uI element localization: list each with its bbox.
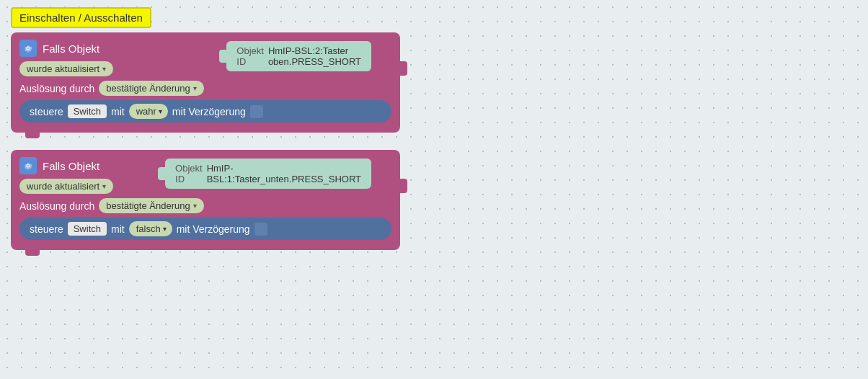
rule-1-foot	[25, 133, 40, 138]
rule-1-ausloesung-row: Auslösung durch bestätigte Änderung ▾	[19, 81, 391, 96]
rule-2-steuere-label: steuere	[30, 223, 63, 235]
rule-2-header-text: Falls Objekt	[43, 160, 99, 172]
rule-2-ausloesung-arrow: ▾	[193, 202, 197, 210]
title-text: Einschalten / Ausschalten	[19, 12, 143, 24]
rule-2-ausloesung-row: Auslösung durch bestätigte Änderung ▾	[19, 198, 391, 213]
rule-1-objekt-id-value: HmIP-BSL:2:Taster oben.PRESS_SHORT	[268, 45, 361, 67]
rule-2-value: falsch	[136, 223, 161, 234]
rule-2-objekt-id-block: Objekt ID HmIP-BSL:1:Taster_unten.PRESS_…	[165, 159, 371, 189]
rule-2-delay-checkbox[interactable]	[254, 223, 267, 236]
rule-1-gear-icon[interactable]	[19, 40, 37, 57]
rule-1-value-arrow: ▾	[159, 107, 162, 115]
rule-1-mit-label: mit	[111, 106, 125, 117]
rule-1-ausloesung-arrow: ▾	[193, 84, 197, 92]
rule-1-ausloesung-label: Auslösung durch	[19, 83, 94, 94]
rule-1-delay-checkbox[interactable]	[250, 105, 263, 118]
rule-2-switch-badge: Switch	[68, 222, 107, 236]
rule-2-wrapper: Falls Objekt wurde aktualisiert ▾ Auslös…	[11, 150, 857, 257]
rule-1-objekt-id-block: Objekt ID HmIP-BSL:2:Taster oben.PRESS_S…	[226, 41, 371, 71]
rule-1-trigger-label: wurde aktualisiert	[27, 63, 99, 74]
rule-1-value: wahr	[136, 106, 156, 117]
rule-1-wrapper: Falls Objekt wurde aktualisiert ▾ Auslös…	[11, 32, 857, 140]
rule-1-ausloesung-value: bestätigte Änderung	[106, 83, 190, 94]
rule-2-mit-label: mit	[111, 223, 125, 235]
rule-2-ausloesung-dropdown[interactable]: bestätigte Änderung ▾	[99, 198, 203, 213]
rule-2-value-arrow: ▾	[163, 225, 167, 233]
rule-1-objekt-id-label: Objekt ID	[236, 45, 264, 67]
rule-2-steuere-row: steuere Switch mit falsch ▾ mit Verzöger…	[19, 218, 391, 240]
rule-2-objekt-id-label: Objekt ID	[175, 163, 203, 184]
script-title: Einschalten / Ausschalten	[11, 7, 151, 28]
rule-2-trigger-dropdown[interactable]: wurde aktualisiert ▾	[19, 179, 113, 194]
rule-2-ausloesung-label: Auslösung durch	[19, 200, 94, 212]
rule-1-trigger-dropdown[interactable]: wurde aktualisiert ▾	[19, 61, 113, 76]
rule-1-header-text: Falls Objekt	[43, 43, 99, 55]
rule-2-objekt-id-value: HmIP-BSL:1:Taster_unten.PRESS_SHORT	[207, 163, 361, 184]
rule-2-foot	[25, 250, 40, 256]
rule-2-ausloesung-value: bestätigte Änderung	[106, 200, 190, 211]
rule-2-gear-icon[interactable]	[19, 157, 37, 174]
rule-2-verzoegerung-label: mit Verzögerung	[177, 223, 250, 235]
rule-1-verzoegerung-label: mit Verzögerung	[172, 106, 246, 117]
rule-1-steuere-label: steuere	[30, 106, 63, 117]
rule-2-value-dropdown[interactable]: falsch ▾	[129, 221, 172, 236]
rule-1-value-dropdown[interactable]: wahr ▾	[129, 104, 168, 119]
rule-1-switch-badge: Switch	[68, 104, 107, 118]
rule-2-trigger-label: wurde aktualisiert	[27, 181, 99, 192]
rule-2-trigger-arrow: ▾	[102, 182, 106, 190]
rule-1-steuere-row: steuere Switch mit wahr ▾ mit Verzögerun…	[19, 100, 391, 122]
rule-1-trigger-arrow: ▾	[102, 65, 106, 73]
rule-1-ausloesung-dropdown[interactable]: bestätigte Änderung ▾	[99, 81, 203, 96]
